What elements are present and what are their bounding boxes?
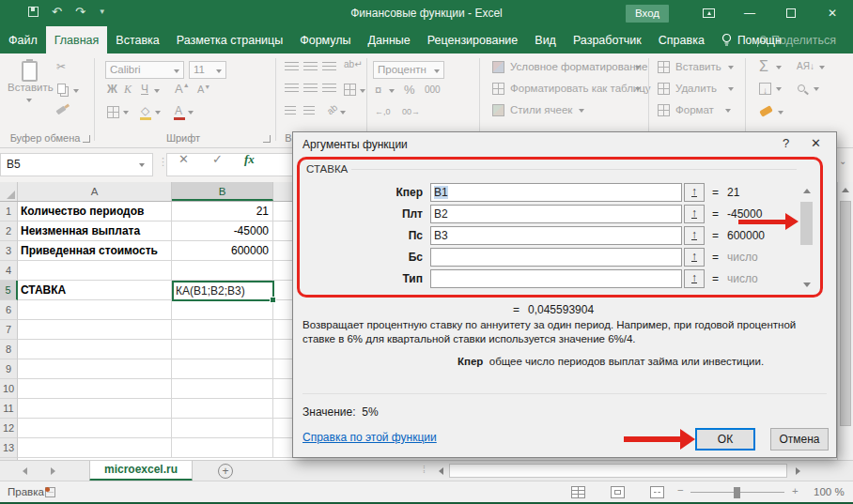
insert-cells-button[interactable]: Вставить: [675, 61, 721, 72]
conditional-formatting-icon[interactable]: [492, 61, 504, 73]
function-help-link[interactable]: Справка по этой функции: [302, 431, 437, 444]
fill-icon[interactable]: ↓: [759, 83, 771, 95]
args-scrollbar[interactable]: [799, 183, 814, 292]
chevron-down-icon[interactable]: [728, 87, 734, 91]
copy-icon[interactable]: [57, 84, 66, 94]
chevron-down-icon[interactable]: [635, 66, 641, 69]
zoom-in-icon[interactable]: +: [792, 485, 799, 496]
vertical-scrollbar-thumb[interactable]: [840, 201, 851, 426]
chevron-down-icon[interactable]: [728, 66, 734, 69]
find-select-icon[interactable]: [798, 84, 805, 92]
close-button[interactable]: ✕: [812, 0, 853, 26]
cell-a5[interactable]: СТАВКА: [18, 281, 172, 300]
column-header-a[interactable]: A: [18, 182, 172, 201]
tab-help[interactable]: Справка: [650, 26, 713, 53]
row-header[interactable]: 9: [0, 359, 18, 379]
tab-split-handle[interactable]: ⁞: [423, 465, 426, 475]
number-format-select[interactable]: Процентн: [373, 61, 444, 79]
sign-in-button[interactable]: Вход: [626, 5, 669, 23]
row-header[interactable]: 2: [0, 221, 18, 241]
zoom-level[interactable]: 100 %: [814, 486, 845, 497]
format-cells-button[interactable]: Формат: [675, 104, 714, 115]
chevron-down-icon[interactable]: [776, 87, 782, 91]
font-dialog-launcher-icon[interactable]: [263, 135, 271, 143]
italic-button[interactable]: К: [124, 83, 132, 97]
scroll-up-icon[interactable]: [799, 183, 814, 198]
cell-b3[interactable]: 600000: [172, 241, 273, 261]
chevron-down-icon[interactable]: [814, 87, 819, 91]
arg-input-plt[interactable]: B2: [430, 205, 682, 223]
cell-b4[interactable]: [172, 261, 273, 281]
cell-a4[interactable]: [18, 261, 172, 281]
maximize-button[interactable]: [770, 0, 812, 26]
normal-view-icon[interactable]: [571, 486, 585, 498]
enter-entry-icon[interactable]: ✓: [212, 152, 223, 166]
align-bottom-icon[interactable]: [322, 62, 336, 72]
wrap-text-icon[interactable]: ab↵: [344, 59, 363, 69]
scroll-up-icon[interactable]: [842, 188, 849, 192]
ok-button[interactable]: ОК: [695, 428, 755, 451]
accounting-format-icon[interactable]: ¤: [375, 83, 381, 97]
tab-data[interactable]: Данные: [360, 26, 419, 53]
percent-style-icon[interactable]: %: [404, 83, 415, 97]
row-header[interactable]: 12: [0, 419, 18, 438]
decrease-indent-icon[interactable]: [285, 106, 296, 116]
chevron-down-icon[interactable]: [635, 87, 641, 91]
arg-input-ps[interactable]: B3: [430, 226, 682, 245]
hscroll-right-icon[interactable]: [790, 464, 805, 478]
select-all-corner[interactable]: [0, 182, 18, 201]
align-top-icon[interactable]: [285, 62, 299, 72]
row-header[interactable]: 5: [0, 281, 18, 300]
arg-input-tip[interactable]: [430, 269, 682, 288]
font-name-select[interactable]: Calibri: [105, 61, 184, 79]
row-header[interactable]: 13: [0, 438, 18, 458]
ribbon-display-options-button[interactable]: [688, 0, 729, 26]
chevron-down-icon[interactable]: [154, 89, 160, 93]
insert-cells-icon[interactable]: [658, 61, 670, 73]
cell-a2[interactable]: Неизменная выплата: [18, 221, 172, 241]
font-color-icon[interactable]: А: [175, 104, 182, 117]
align-right-icon[interactable]: [322, 84, 336, 94]
chevron-down-icon[interactable]: [360, 89, 365, 93]
format-as-table-icon[interactable]: [492, 83, 504, 95]
page-layout-view-icon[interactable]: [611, 486, 625, 498]
chevron-down-icon[interactable]: [155, 111, 161, 115]
clipboard-dialog-launcher-icon[interactable]: [83, 135, 90, 143]
increase-decimal-icon[interactable]: ←,0: [375, 107, 391, 116]
sheet-tab-active[interactable]: microexcel.ru: [89, 461, 193, 481]
comma-style-icon[interactable]: 000: [425, 84, 441, 95]
chevron-down-icon[interactable]: [188, 111, 194, 115]
row-header[interactable]: 6: [0, 300, 18, 320]
tab-formulas[interactable]: Формулы: [291, 26, 359, 53]
delete-cells-icon[interactable]: [658, 83, 670, 95]
dialog-close-icon[interactable]: ✕: [811, 136, 821, 150]
minimize-button[interactable]: —: [729, 0, 770, 26]
paste-button[interactable]: Вставить: [8, 61, 51, 104]
bold-button[interactable]: Ж: [107, 83, 117, 96]
cell-b1[interactable]: 21: [172, 202, 273, 221]
collapse-dialog-icon[interactable]: ↑: [684, 226, 705, 245]
cell-a3[interactable]: Приведенная стоимость: [18, 241, 172, 261]
tab-home[interactable]: Главная: [46, 26, 108, 53]
collapse-dialog-icon[interactable]: ↑: [684, 269, 705, 288]
share-button[interactable]: Поделиться: [757, 26, 836, 53]
tab-page-layout[interactable]: Разметка страницы: [168, 26, 291, 53]
cut-icon[interactable]: ✂: [56, 60, 66, 73]
increase-indent-icon[interactable]: [303, 106, 315, 116]
cell-a1[interactable]: Количество периодов: [18, 202, 172, 221]
align-left-icon[interactable]: [285, 84, 299, 94]
row-header[interactable]: 11: [0, 399, 18, 419]
align-center-icon[interactable]: [303, 84, 318, 94]
cancel-entry-icon[interactable]: ✕: [178, 152, 189, 166]
grow-font-button[interactable]: А▲: [175, 82, 190, 96]
collapse-dialog-icon[interactable]: ↑: [684, 248, 705, 267]
chevron-down-icon[interactable]: [819, 66, 825, 69]
row-header[interactable]: 1: [0, 202, 18, 221]
horizontal-scrollbar[interactable]: [449, 464, 787, 478]
format-cells-icon[interactable]: [658, 104, 670, 116]
active-cell-edit-box[interactable]: КА(B1;B2;B3): [172, 281, 274, 301]
cancel-button[interactable]: Отмена: [770, 428, 829, 451]
borders-icon[interactable]: [107, 106, 119, 118]
cell-b2[interactable]: -45000: [172, 221, 273, 241]
chevron-down-icon[interactable]: [123, 111, 129, 115]
